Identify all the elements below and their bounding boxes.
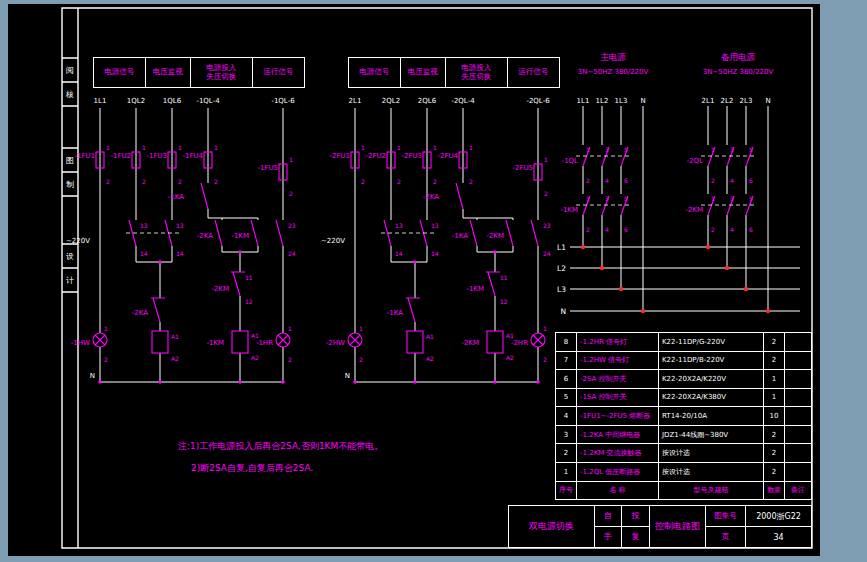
schematic-label: 2 (711, 226, 715, 233)
table-cell: -1.2KM 交流接触器 (577, 444, 659, 462)
schematic-label: 1 (214, 144, 218, 151)
margin-label: 图 (66, 156, 74, 165)
schematic-label: -2FU3 (401, 152, 422, 160)
drawing-title-right: 控制电路图 (650, 506, 705, 547)
table-cell: 5 (556, 389, 577, 407)
table-cell: -1FU1~-2FU5 熔断器 (577, 407, 659, 425)
schematic-label: 1L1 (577, 97, 590, 105)
title-block-right: 图集号 2000浙G22 页 34 (705, 506, 811, 547)
table-cell (785, 333, 811, 351)
schematic-label: 5 (749, 195, 753, 202)
schematic-label: -1QL (562, 157, 578, 165)
table-cell: 1 (556, 463, 577, 481)
schematic-label: 1 (586, 146, 590, 153)
schematic-label: 4 (605, 226, 609, 233)
schematic-label: -1FU4 (182, 152, 203, 160)
schematic-label: 1QL6 (163, 97, 182, 105)
schematic-label: 1 (288, 325, 292, 332)
table-cell: K22-11DP/B-220V (659, 352, 764, 370)
table-cell: 7 (556, 352, 577, 370)
table-cell: 1 (764, 370, 785, 388)
table-cell: 2 (556, 444, 577, 462)
header-cell: 运行信号 (508, 58, 560, 87)
table-cell: 2 (764, 352, 785, 370)
table-cell (785, 463, 811, 481)
table-row: 3-1.2KA 中间继电器JDZ1-44线圈~380V2 (556, 426, 811, 445)
table-cell: JDZ1-44线圈~380V (659, 426, 764, 444)
schematic-label: 11 (500, 274, 508, 281)
schematic-label: 24 (543, 250, 551, 257)
schematic-label: -2FU2 (365, 152, 386, 160)
header-cell: 运行信号 (253, 58, 305, 87)
schematic-label: 1 (543, 325, 547, 332)
schematic-label: -1HR (256, 339, 273, 347)
schematic-label: 1L1 (94, 97, 107, 105)
table-cell: K22-11DP/G-220V (659, 333, 764, 351)
schematic-label: N (765, 97, 770, 105)
schematic-label: 1 (142, 144, 146, 151)
table-cell: -2SA 控制开关 (577, 370, 659, 388)
schematic-label: N (345, 372, 350, 380)
table-cell: 数量 (764, 482, 785, 500)
schematic-label: N (560, 307, 566, 316)
schematic-label: -1KM (466, 285, 484, 293)
margin-label: 设 (66, 252, 74, 261)
schematic-label: 12 (500, 298, 508, 305)
schematic-label: 14 (431, 250, 439, 257)
schematic-label: A1 (506, 332, 514, 339)
table-cell: 名 称 (577, 482, 659, 500)
margin-label: 计 (66, 276, 74, 285)
margin-label: 阅 (66, 66, 74, 75)
schematic-label: -2HW (326, 339, 345, 347)
table-cell (785, 389, 811, 407)
table-cell: 6 (556, 370, 577, 388)
table-cell: 2 (764, 333, 785, 351)
schematic-label: 14 (176, 250, 184, 257)
schematic-label: 主电源 (600, 52, 626, 62)
schematic-label: -2KM (461, 339, 479, 347)
schematic-label: -2QL-4 (451, 97, 475, 105)
schematic-label: 13 (431, 222, 439, 229)
schematic-label: 2 (289, 190, 293, 197)
schematic-label: 2L1 (702, 97, 715, 105)
schematic-label: 2L1 (349, 97, 362, 105)
table-cell (785, 352, 811, 370)
note-line-1: 注:1)工作电源投入后再合2SA,否则1KM不能带电。 (178, 440, 383, 453)
table-cell (785, 370, 811, 388)
margin-label: 制 (66, 180, 74, 189)
table-cell: 1 (764, 389, 785, 407)
schematic-label: 5 (749, 146, 753, 153)
table-cell: 8 (556, 333, 577, 351)
schematic-label: 备用电源 (721, 52, 756, 62)
schematic-label: 2QL6 (418, 97, 437, 105)
header-cell: 电压监视 (401, 58, 447, 87)
schematic-label: 1L3 (615, 97, 628, 105)
page-label: 页 (706, 527, 746, 547)
schematic-label: 2 (469, 178, 473, 185)
schematic-label: A1 (426, 333, 434, 340)
schematic-label: ~220V (66, 237, 90, 245)
atlas-row: 图集号 2000浙G22 (706, 506, 811, 527)
schematic-label: 2 (433, 178, 437, 185)
schematic-label: 2 (544, 190, 548, 197)
schematic-label: 1 (178, 144, 182, 151)
schematic-label: 2 (214, 178, 218, 185)
header-cell: 电源信号 (94, 58, 146, 87)
schematic-label: -1HW (71, 339, 90, 347)
schematic-label: -1FU2 (110, 152, 131, 160)
schematic-label: 6 (749, 177, 753, 184)
table-cell (785, 426, 811, 444)
schematic-label: 13 (176, 222, 184, 229)
schematic-label: 1 (359, 325, 363, 332)
schematic-label: -2FU1 (329, 152, 350, 160)
schematic-label: -1QL-6 (271, 97, 295, 105)
schematic-label: 3 (730, 146, 734, 153)
table-cell (785, 444, 811, 462)
schematic-label: 1 (711, 146, 715, 153)
schematic-label: N (90, 372, 95, 380)
schematic-label: A2 (426, 355, 434, 362)
schematic-label: -2KM (486, 232, 504, 240)
schematic-label: -1KM (560, 206, 578, 214)
table-row: 7-1.2HW 信号灯K22-11DP/B-220V2 (556, 352, 811, 371)
schematic-label: 1 (361, 144, 365, 151)
